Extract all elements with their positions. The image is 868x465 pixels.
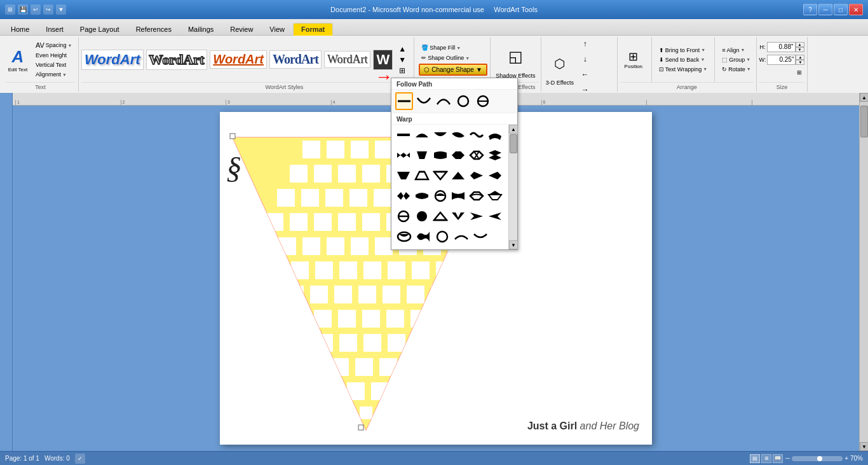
shape-outline-btn[interactable]: ✏ Shape Outline ▼ <box>419 53 487 62</box>
gallery-down-btn[interactable]: ▼ <box>395 55 409 65</box>
warp-6-1[interactable] <box>395 228 413 246</box>
help-btn[interactable]: ? <box>803 4 817 15</box>
warp-3-5[interactable] <box>468 167 485 184</box>
save-icon[interactable]: 💾 <box>18 4 28 15</box>
warp-4-2[interactable] <box>414 187 431 205</box>
tab-view[interactable]: View <box>261 23 293 35</box>
fp-line[interactable] <box>395 92 413 110</box>
warp-5-5[interactable] <box>468 207 485 225</box>
change-shape-btn[interactable]: ⬡ Change Shape ▼ <box>419 64 487 76</box>
gallery-more-btn[interactable]: ⊞ <box>395 66 409 76</box>
warp-5-3[interactable] <box>431 207 449 225</box>
warp-6-5[interactable] <box>471 228 489 246</box>
view-reading-btn[interactable]: 📖 <box>773 454 783 463</box>
width-down-btn[interactable]: ▼ <box>796 60 804 65</box>
warp-5-2[interactable] <box>414 207 431 225</box>
customize-icon[interactable]: ▼ <box>56 4 66 15</box>
3d-effects-btn[interactable]: ⬡ <box>544 48 576 80</box>
restore-btn[interactable]: □ <box>834 4 848 15</box>
tab-mailings[interactable]: Mailings <box>180 23 222 35</box>
redo-icon[interactable]: ↪ <box>43 4 53 15</box>
tab-page-layout[interactable]: Page Layout <box>72 23 128 35</box>
edit-text-btn[interactable]: A Edit Text <box>6 48 29 71</box>
width-input[interactable] <box>767 55 796 65</box>
alignment-btn[interactable]: Alignment ▼ <box>33 70 74 79</box>
warp-2-5[interactable] <box>468 146 485 164</box>
warp-6-2[interactable] <box>414 228 432 246</box>
warp-2-1[interactable] <box>395 146 412 164</box>
wordart-style-3[interactable]: WordArt <box>210 50 267 69</box>
warp-5-4[interactable] <box>450 207 467 225</box>
rotate-btn[interactable]: ↻ Rotate ▼ <box>719 65 753 74</box>
warp-3-3[interactable] <box>431 167 449 184</box>
zoom-out-btn[interactable]: ─ <box>785 455 790 462</box>
fp-circle[interactable] <box>454 92 472 110</box>
view-web-btn[interactable]: ⊞ <box>761 454 771 463</box>
zoom-slider[interactable] <box>792 456 843 461</box>
wordart-style-5[interactable]: WordArt <box>324 51 371 68</box>
bring-front-btn[interactable]: ⬆ Bring to Front ▼ <box>656 46 710 55</box>
warp-4-3[interactable] <box>431 187 449 205</box>
warp-4-5[interactable] <box>468 187 485 205</box>
close-btn[interactable]: ✕ <box>849 4 863 15</box>
warp-5-6[interactable] <box>486 207 503 225</box>
3d-down-btn[interactable]: ↓ <box>578 52 592 66</box>
height-up-btn[interactable]: ▲ <box>796 42 804 47</box>
tab-home[interactable]: Home <box>3 23 37 35</box>
fp-button[interactable] <box>474 92 492 110</box>
scroll-down-btn[interactable]: ▼ <box>860 442 868 451</box>
proofing-icon[interactable]: ✓ <box>75 454 85 464</box>
warp-4-6[interactable] <box>486 187 503 205</box>
view-normal-btn[interactable]: ▤ <box>750 454 760 463</box>
position-btn[interactable]: ⊞ Position <box>620 43 647 76</box>
warp-1-1[interactable] <box>395 126 412 144</box>
scroll-up-btn[interactable]: ▲ <box>860 93 868 102</box>
height-down-btn[interactable]: ▼ <box>796 47 804 52</box>
fp-arc-down[interactable] <box>415 92 433 110</box>
warp-4-1[interactable] <box>395 187 412 205</box>
warp-1-5[interactable] <box>468 126 485 144</box>
warp-3-1[interactable] <box>395 167 412 184</box>
menu-scroll-up[interactable]: ▲ <box>509 125 518 134</box>
3d-left-btn[interactable]: ← <box>578 67 592 81</box>
wordart-style-2[interactable]: WordArt <box>146 50 208 70</box>
text-wrapping-btn[interactable]: ⊡ Text Wrapping ▼ <box>656 65 710 74</box>
warp-2-2[interactable] <box>414 146 431 164</box>
tab-references[interactable]: References <box>128 23 180 35</box>
warp-2-4[interactable] <box>450 146 467 164</box>
shadow-effects-btn[interactable]: ◱ <box>499 41 531 73</box>
warp-3-6[interactable] <box>486 167 503 184</box>
spacing-btn[interactable]: AV Spacing ▼ <box>33 40 74 50</box>
warp-1-6[interactable] <box>486 126 503 144</box>
align-btn[interactable]: ≡ Align ▼ <box>719 46 753 55</box>
warp-2-6[interactable] <box>486 146 503 164</box>
warp-1-3[interactable] <box>431 126 449 144</box>
3d-up-btn[interactable]: ↑ <box>578 37 592 51</box>
vertical-text-btn[interactable]: Vertical Text <box>33 60 74 69</box>
wordart-style-1[interactable]: WordArt <box>81 50 144 70</box>
warp-1-2[interactable] <box>414 126 431 144</box>
wordart-style-4[interactable]: WordArt <box>269 50 322 69</box>
tab-review[interactable]: Review <box>222 23 261 35</box>
warp-6-4[interactable] <box>452 228 470 246</box>
warp-1-4[interactable] <box>450 126 467 144</box>
send-back-btn[interactable]: ⬇ Send to Back ▼ <box>656 55 710 64</box>
shape-fill-btn[interactable]: 🪣 Shape Fill ▼ <box>419 43 487 52</box>
even-height-btn[interactable]: Even Height <box>33 51 74 60</box>
warp-2-3[interactable] <box>431 146 449 164</box>
warp-4-4[interactable] <box>450 187 467 205</box>
undo-icon[interactable]: ↩ <box>31 4 41 15</box>
width-up-btn[interactable]: ▲ <box>796 55 804 60</box>
height-input[interactable] <box>767 42 796 52</box>
gallery-up-btn[interactable]: ▲ <box>395 44 409 54</box>
zoom-in-btn[interactable]: + <box>844 455 848 462</box>
warp-5-1[interactable] <box>395 207 412 225</box>
menu-scroll-down[interactable]: ▼ <box>509 240 518 249</box>
warp-6-3[interactable] <box>433 228 451 246</box>
group-btn[interactable]: ⬚ Group ▼ <box>719 55 753 64</box>
minimize-btn[interactable]: ─ <box>818 4 832 15</box>
fp-arc-up[interactable] <box>435 92 452 110</box>
warp-3-2[interactable] <box>414 167 431 184</box>
tab-insert[interactable]: Insert <box>37 23 72 35</box>
warp-3-4[interactable] <box>450 167 467 184</box>
